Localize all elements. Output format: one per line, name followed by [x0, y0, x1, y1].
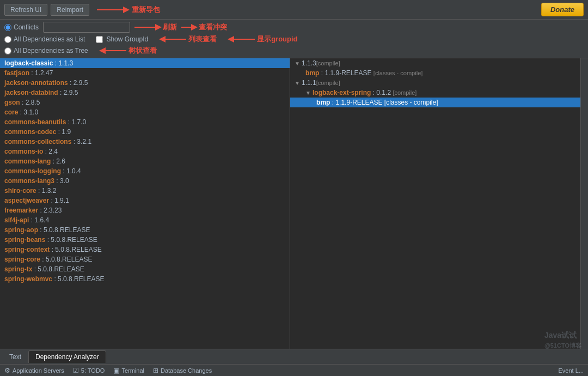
- tree-item[interactable]: ▼ 1.1.1 [compile]: [290, 78, 580, 88]
- groupid-annotation: 显示groupid: [228, 34, 297, 44]
- terminal-label: Terminal: [121, 367, 144, 374]
- conflicts-label: Conflicts: [14, 23, 39, 31]
- refresh-arrow-icon: [134, 23, 162, 32]
- conflicts-annotation: 查看冲突: [181, 22, 227, 32]
- list-item[interactable]: fastjson : 1.2.47: [0, 68, 290, 78]
- refresh-ui-button[interactable]: Refresh UI: [4, 4, 47, 16]
- groupid-arrow-icon: [228, 35, 255, 44]
- status-todo[interactable]: ☑ 5: TODO: [73, 367, 105, 374]
- all-tree-label: All Dependencies as Tree: [14, 47, 88, 54]
- show-groupid-checkbox[interactable]: [96, 36, 103, 43]
- status-event-log[interactable]: Event L...: [559, 367, 584, 374]
- show-groupid-label[interactable]: Show GroupId: [96, 35, 148, 43]
- list-item[interactable]: gson : 2.8.5: [0, 98, 290, 107]
- list-item[interactable]: freemarker : 2.3.23: [0, 205, 290, 215]
- app-servers-icon: ⚙: [4, 367, 10, 374]
- terminal-icon: ▣: [113, 367, 119, 374]
- list-text: 列表查看: [188, 34, 217, 44]
- list-item[interactable]: jackson-databind : 2.9.5: [0, 88, 290, 98]
- tab-text[interactable]: Text: [2, 350, 28, 363]
- donate-button[interactable]: Donate: [541, 3, 584, 16]
- chevron-icon: ▼: [295, 80, 300, 86]
- status-db-changes[interactable]: ⊞ Database Changes: [153, 367, 212, 374]
- list-item[interactable]: spring-tx : 5.0.8.RELEASE: [0, 264, 290, 274]
- list-item[interactable]: core : 3.1.0: [0, 107, 290, 117]
- tab-dependency-analyzer[interactable]: Dependency Analyzer: [28, 350, 106, 363]
- right-dependency-tree-panel: ▼ 1.1.3 [compile] bmp : 1.1.9-RELEASE [c…: [290, 58, 580, 349]
- all-list-label: All Dependencies as List: [14, 35, 85, 43]
- list-item[interactable]: spring-beans : 5.0.8.RELEASE: [0, 235, 290, 245]
- conflicts-text: 查看冲突: [199, 22, 227, 32]
- tree-item[interactable]: ▼ 1.1.3 [compile]: [290, 58, 580, 68]
- tree-annotation: 树状查看: [99, 46, 157, 56]
- left-dependency-panel: logback-classic : 1.1.3 fastjson : 1.2.4…: [0, 58, 290, 349]
- list-item[interactable]: commons-lang3 : 3.0: [0, 176, 290, 186]
- reimport-annotation: 重新导包: [97, 4, 160, 15]
- event-log-label: Event L...: [559, 367, 584, 374]
- list-item[interactable]: commons-lang : 2.6: [0, 156, 290, 166]
- tree-text: 树状查看: [128, 46, 157, 56]
- db-changes-icon: ⊞: [153, 367, 158, 374]
- todo-label: 5: TODO: [81, 367, 105, 374]
- all-list-radio[interactable]: [4, 36, 11, 43]
- all-tree-radio-label[interactable]: All Dependencies as Tree: [4, 47, 88, 54]
- bottom-tab-bar: Text Dependency Analyzer: [0, 349, 588, 364]
- conflicts-radio-label[interactable]: Conflicts: [4, 23, 39, 31]
- list-item[interactable]: spring-aop : 5.0.8.RELEASE: [0, 225, 290, 235]
- search-input[interactable]: [43, 22, 130, 33]
- tree-item[interactable]: bmp : 1.1.9-RELEASE [classes - compile]: [290, 68, 580, 78]
- status-bar: ⚙ Application Servers ☑ 5: TODO ▣ Termin…: [0, 364, 588, 376]
- list-item[interactable]: commons-collections : 3.2.1: [0, 137, 290, 147]
- app-servers-label: Application Servers: [13, 367, 64, 374]
- list-item[interactable]: spring-core : 5.0.8.RELEASE: [0, 254, 290, 264]
- refresh-annotation: 刷新: [134, 22, 177, 32]
- arrow-icon: [97, 4, 130, 15]
- list-item[interactable]: commons-beanutils : 1.7.0: [0, 117, 290, 127]
- reimport-button[interactable]: Reimport: [51, 4, 89, 16]
- chevron-icon: ▼: [305, 90, 311, 96]
- status-terminal[interactable]: ▣ Terminal: [113, 367, 144, 374]
- list-item[interactable]: commons-logging : 1.0.4: [0, 166, 290, 176]
- list-item[interactable]: aspectjweaver : 1.9.1: [0, 196, 290, 205]
- all-list-radio-label[interactable]: All Dependencies as List: [4, 35, 85, 43]
- reimport-annotation-text: 重新导包: [132, 5, 160, 15]
- conflicts-radio[interactable]: [4, 24, 11, 31]
- options-bar: Conflicts 刷新 查看冲突 All Dependencies as Li…: [0, 20, 588, 58]
- list-item[interactable]: slf4j-api : 1.6.4: [0, 215, 290, 225]
- chevron-icon: ▼: [295, 60, 300, 66]
- list-item[interactable]: spring-context : 5.0.8.RELEASE: [0, 245, 290, 254]
- list-item[interactable]: logback-classic : 1.1.3: [0, 58, 290, 68]
- refresh-text: 刷新: [163, 22, 177, 32]
- tree-arrow-icon: [99, 46, 126, 55]
- list-item[interactable]: commons-io : 2.4: [0, 147, 290, 156]
- all-tree-radio[interactable]: [4, 47, 11, 54]
- list-arrow-icon: [159, 35, 186, 44]
- status-app-servers[interactable]: ⚙ Application Servers: [4, 367, 64, 374]
- right-side-panel: [580, 58, 588, 349]
- top-toolbar: Refresh UI Reimport 重新导包 Donate: [0, 0, 588, 20]
- tree-item[interactable]: bmp : 1.1.9-RELEASE [classes - compile]: [290, 98, 580, 107]
- tree-item[interactable]: ▼ logback-ext-spring : 0.1.2 [compile]: [290, 88, 580, 98]
- todo-icon: ☑: [73, 367, 79, 374]
- list-annotation: 列表查看: [159, 34, 217, 44]
- conflicts-arrow-icon: [181, 23, 198, 32]
- list-item[interactable]: commons-codec : 1.9: [0, 127, 290, 137]
- list-item[interactable]: spring-webmvc : 5.0.8.RELEASE: [0, 274, 290, 284]
- groupid-text: 显示groupid: [257, 34, 297, 44]
- db-changes-label: Database Changes: [161, 367, 212, 374]
- list-item[interactable]: jackson-annotations : 2.9.5: [0, 78, 290, 88]
- list-item[interactable]: shiro-core : 1.3.2: [0, 186, 290, 196]
- main-panels: logback-classic : 1.1.3 fastjson : 1.2.4…: [0, 58, 588, 349]
